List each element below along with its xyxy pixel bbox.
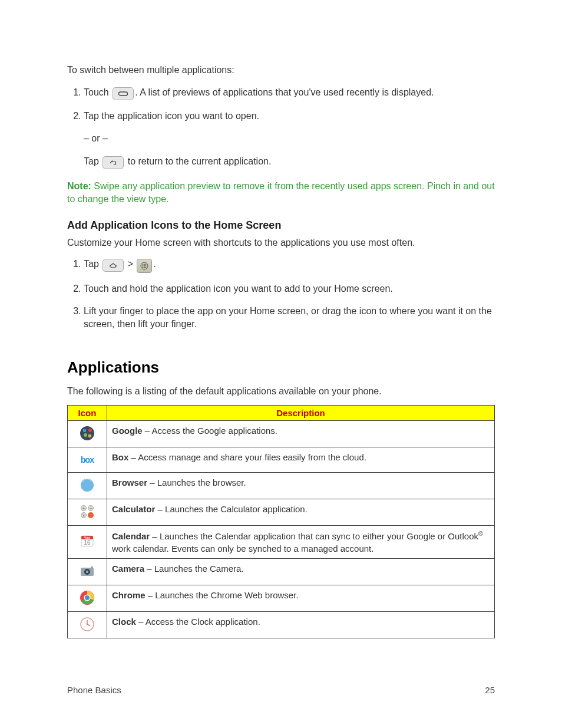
app-description: Chrome – Launches the Chrome Web browser… (107, 585, 495, 611)
calendar-icon-cell: Wed16 (68, 525, 107, 558)
svg-rect-12 (83, 429, 86, 432)
applications-heading: Applications (67, 358, 495, 377)
add-step1-post: . (153, 259, 156, 269)
table-row: Camera – Launches the Camera. (68, 558, 495, 585)
table-header-row: Icon Description (68, 405, 495, 420)
app-desc-text: – Launches the Chrome Web browser. (146, 590, 299, 600)
step2b-pre-text: Tap (84, 156, 101, 166)
table-row: +−×=Calculator – Launches the Calculator… (68, 499, 495, 525)
add-step1-mid: > (125, 259, 135, 269)
app-name: Box (112, 452, 128, 462)
svg-rect-14 (88, 434, 91, 437)
box-icon-cell: box (68, 447, 107, 472)
calculator-icon-cell: +−×= (68, 499, 107, 525)
step1-post-text: . A list of previews of applications tha… (135, 87, 434, 97)
svg-text:=: = (90, 513, 92, 518)
svg-text:+: + (82, 506, 85, 510)
page-footer: Phone Basics 25 (67, 685, 495, 695)
step2b-post-text: to return to the current application. (125, 156, 271, 166)
table-row: boxBox – Access manage and share your fi… (68, 447, 495, 472)
svg-point-15 (81, 479, 94, 492)
calendar-icon: Wed16 (78, 532, 96, 550)
svg-point-10 (146, 266, 147, 268)
calculator-icon: +−×= (78, 503, 96, 521)
browser-icon (78, 476, 96, 494)
camera-icon (78, 562, 96, 580)
svg-point-7 (146, 265, 147, 266)
app-desc-text: – Launches the Camera. (144, 564, 243, 574)
note: Note: Swipe any application preview to r… (67, 180, 495, 206)
note-text: Swipe any application preview to remove … (67, 181, 495, 204)
th-icon: Icon (68, 405, 107, 420)
note-label: Note: (67, 181, 91, 191)
table-row: Clock – Access the Clock application. (68, 611, 495, 638)
app-description: Google – Access the Google applications. (107, 420, 495, 447)
svg-point-8 (143, 266, 144, 268)
app-name: Calculator (112, 504, 155, 514)
add-icons-desc: Customize your Home screen with shortcut… (67, 238, 495, 248)
step2b-block: Tap to return to the current application… (84, 155, 495, 169)
app-desc-text: – Launches the Calendar application that… (150, 531, 478, 541)
applications-table: Icon Description Google – Access the Goo… (67, 405, 495, 638)
chrome-icon (78, 589, 96, 607)
app-name: Camera (112, 564, 144, 574)
table-row: Chrome – Launches the Chrome Web browser… (68, 585, 495, 611)
add-step-2: Touch and hold the application icon you … (84, 282, 495, 295)
app-desc-text: – Launches the browser. (147, 477, 246, 487)
svg-rect-31 (91, 566, 93, 568)
add-step-3: Lift your finger to place the app on you… (84, 305, 495, 331)
app-description: Calendar – Launches the Calendar applica… (107, 525, 495, 558)
svg-text:×: × (82, 513, 85, 518)
app-desc-text: – Access manage and share your files eas… (128, 452, 366, 462)
add-step1-pre: Tap (84, 259, 101, 269)
footer-section: Phone Basics (67, 685, 121, 695)
camera-icon-cell (68, 558, 107, 585)
switch-intro: To switch between multiple applications: (67, 65, 495, 75)
registered-mark: ® (478, 530, 483, 537)
app-name: Google (112, 426, 143, 436)
box-icon: box (78, 451, 96, 469)
svg-rect-0 (119, 92, 128, 95)
recent-apps-icon (113, 87, 134, 100)
svg-point-13 (88, 429, 92, 432)
clock-icon (78, 615, 96, 633)
svg-point-2 (143, 263, 144, 265)
app-name: Browser (112, 477, 147, 487)
svg-text:−: − (90, 506, 92, 510)
table-row: Google – Access the Google applications. (68, 420, 495, 447)
app-desc-text: – Access the Google applications. (143, 426, 277, 436)
app-name: Clock (112, 617, 136, 627)
add-step-1: Tap > . (84, 258, 495, 273)
svg-point-4 (146, 263, 147, 265)
app-description: Browser – Launches the browser. (107, 472, 495, 499)
svg-point-3 (144, 263, 146, 265)
th-description: Description (107, 405, 495, 420)
add-icons-steps: Tap > . Touch and hold the application i… (67, 258, 495, 331)
apps-grid-icon (137, 259, 152, 273)
svg-point-5 (143, 265, 144, 266)
clock-icon-cell (68, 611, 107, 638)
app-desc-text: – Access the Clock application. (136, 617, 260, 627)
app-desc-text-2: work calendar. Events can only be synche… (112, 543, 373, 554)
applications-desc: The following is a listing of the defaul… (67, 386, 495, 397)
app-name: Calendar (112, 531, 150, 541)
switch-steps: Touch . A list of previews of applicatio… (67, 86, 495, 169)
google-icon-cell (68, 420, 107, 447)
back-icon (103, 156, 124, 169)
add-icons-heading: Add Application Icons to the Home Screen (67, 219, 495, 232)
google-icon (78, 424, 96, 442)
svg-point-34 (85, 595, 90, 600)
step2-text: Tap the application icon you want to ope… (84, 111, 259, 121)
browser-icon-cell (68, 472, 107, 499)
or-block: – or – (84, 132, 495, 145)
svg-point-38 (87, 624, 88, 625)
svg-point-6 (144, 265, 146, 266)
svg-point-9 (144, 266, 146, 268)
svg-point-11 (80, 426, 94, 440)
app-description: Box – Access manage and share your files… (107, 447, 495, 472)
svg-text:16: 16 (84, 539, 91, 546)
app-description: Clock – Access the Clock application. (107, 611, 495, 638)
app-name: Chrome (112, 590, 146, 600)
table-row: Wed16Calendar – Launches the Calendar ap… (68, 525, 495, 558)
footer-page-number: 25 (485, 685, 495, 695)
